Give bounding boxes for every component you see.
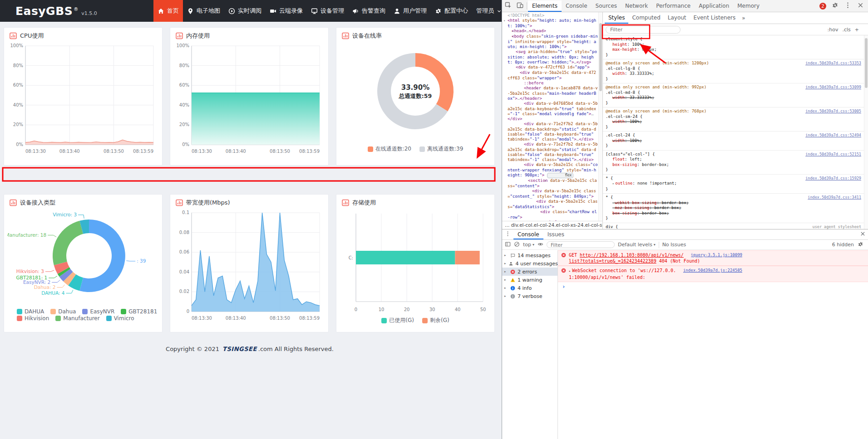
legend-item[interactable]: Dahua xyxy=(50,308,76,315)
dom-tree-line[interactable]: ▾<div data-v-5ba2e15c data-v-472cff63 cl… xyxy=(502,70,598,81)
legend-item[interactable]: DAHUA xyxy=(17,308,44,315)
dom-tree-line[interactable]: ▾<div data-v-5ba2e15c class="dataStatist… xyxy=(502,199,598,210)
devtools-close-icon[interactable] xyxy=(854,0,866,12)
console-sidebar-item-4-info[interactable]: ▸4 info xyxy=(502,284,557,292)
dom-tree-line[interactable]: ▾<html style="height: auto; min-height: … xyxy=(502,18,598,29)
console-source-link[interactable]: jquery-3.5.1.js:10099 xyxy=(690,252,742,258)
console-settings-icon[interactable] xyxy=(858,241,863,249)
dom-tree-line[interactable]: ▸<div data-v-047685bd data-v-5ba2e15c da… xyxy=(502,101,598,122)
error-count-badge[interactable]: 2 xyxy=(819,3,826,10)
dom-tree-line[interactable]: ▾<div data-v-5ba2e15c class="content_" s… xyxy=(502,189,598,199)
dom-tree-line[interactable]: ▸<head>…</head> xyxy=(502,29,598,34)
style-rule[interactable]: index.50d39a7d.css:3411* {-webkit-box-si… xyxy=(603,194,864,223)
dom-tree-line[interactable]: ▸<div data-v-71e2f7b2 data-v-5ba2e15c da… xyxy=(502,122,598,142)
elements-scrollbar[interactable] xyxy=(598,12,602,221)
styles-tab-event-listeners[interactable]: Event Listeners xyxy=(690,12,740,24)
legend-item[interactable]: 已使用(G) xyxy=(381,317,414,324)
dom-tree-line[interactable]: ▸<svg aria-hidden="true" style="position… xyxy=(502,49,598,65)
storage-usage-chart[interactable]: 01020304050C: xyxy=(340,207,491,315)
style-rule[interactable]: index.50d39a7d.css:52151[class*="el-col-… xyxy=(603,151,864,175)
cpu-usage-chart[interactable]: 0%20%40%60%80%100%08:13:3008:13:4008:13:… xyxy=(7,40,159,156)
nav-item-config[interactable]: 配置中心 xyxy=(431,0,472,22)
style-rule[interactable]: element.style {height: 100%;max-height: … xyxy=(603,35,864,59)
device-type-chart[interactable]: : 39DAHUA: 4Dahua: 2EasyNVR: 2GBT28181: … xyxy=(7,207,159,308)
elements-breadcrumb[interactable]: … div.el-col.el-col-24.el-col-xs-24.el-c… xyxy=(502,221,602,229)
nav-item-emap[interactable]: 电子地图 xyxy=(183,0,224,22)
dom-tree-line[interactable]: ▾<body class="skin-green sidebar-mini" i… xyxy=(502,34,598,49)
styles-tab-layout[interactable]: Layout xyxy=(664,12,690,24)
nav-item-cloud[interactable]: 云端录像 xyxy=(266,0,307,22)
devtools-kebab-icon[interactable] xyxy=(842,0,853,12)
devtools-settings-icon[interactable] xyxy=(829,0,841,12)
style-rule[interactable]: index.50d39a7d.css:53099@media only scre… xyxy=(603,83,864,107)
console-sidebar-toggle-icon[interactable] xyxy=(505,241,511,249)
legend-item[interactable]: GBT28181 xyxy=(121,308,157,315)
dom-tree-line[interactable]: ▸<div data-v-71e2f7b2 data-v-5ba2e15c da… xyxy=(502,142,598,162)
legend-item[interactable]: Vimicro xyxy=(106,315,134,322)
stylesheet-source-link[interactable]: user agent stylesheet xyxy=(813,224,861,229)
devtools-tab-sources[interactable]: Sources xyxy=(592,0,621,12)
inspect-element-icon[interactable] xyxy=(502,0,514,12)
log-levels-dropdown[interactable]: Default levels▾ xyxy=(618,242,656,248)
devtools-tab-application[interactable]: Application xyxy=(695,0,733,12)
no-issues-label[interactable]: No Issues xyxy=(662,242,686,248)
dom-tree-line[interactable]: <!DOCTYPE html> xyxy=(502,13,598,18)
nav-item-user[interactable]: 用户管理 xyxy=(390,0,431,22)
dom-tree-line[interactable]: ▸<header data-v-1acab878 data-v-5ba2e15c… xyxy=(502,86,598,101)
nav-item-admin[interactable]: 管理员 xyxy=(472,0,502,22)
stylesheet-source-link[interactable]: index.50d39a7d.css:53353 xyxy=(805,61,861,66)
style-rule[interactable]: user agent stylesheetdiv {display: block… xyxy=(603,223,864,229)
nav-item-home[interactable]: 首页 xyxy=(153,0,183,22)
stylesheet-source-link[interactable]: index.50d39a7d.css:53099 xyxy=(805,85,861,90)
live-expression-icon[interactable] xyxy=(538,241,543,249)
styles-tab-styles[interactable]: Styles xyxy=(605,12,628,24)
console-tab-issues[interactable]: Issues xyxy=(543,229,568,239)
styles-scrollbar[interactable] xyxy=(864,35,868,229)
stylesheet-source-link[interactable]: index.50d39a7d.css:53005 xyxy=(805,109,861,114)
device-toolbar-icon[interactable] xyxy=(514,0,526,12)
devtools-tab-network[interactable]: Network xyxy=(621,0,652,12)
console-filter-input[interactable] xyxy=(547,241,615,248)
styles-filter-input[interactable] xyxy=(606,26,681,34)
console-sidebar-item-14-messages[interactable]: ▸14 messages xyxy=(502,251,557,259)
console-source-link[interactable]: index.50d39a7d.js:224585 xyxy=(683,268,742,273)
legend-item[interactable]: 离线通道数:39 xyxy=(419,145,463,153)
legend-item[interactable]: 剩余(G) xyxy=(422,317,449,324)
styles-tab-computed[interactable]: Computed xyxy=(628,12,664,24)
legend-item[interactable]: EasyNVR xyxy=(82,308,114,315)
bandwidth-usage-chart[interactable]: 00.020.040.060.080.108:13:3008:13:4008:1… xyxy=(173,207,325,323)
legend-item[interactable]: Manufacturer xyxy=(55,315,99,322)
dom-tree-line[interactable]: ▾<section data-v-5ba2e15c class="content… xyxy=(502,178,598,189)
memory-usage-chart[interactable]: 0%20%40%60%80%100%08:13:3008:13:4008:13:… xyxy=(173,40,325,156)
dom-tree-line[interactable]: ▾<div data-v-472cff63 id="app"> xyxy=(502,65,598,70)
devtools-tab-console[interactable]: Console xyxy=(562,0,592,12)
stylesheet-source-link[interactable]: index.50d39a7d.css:3411 xyxy=(808,195,861,200)
more-tabs-icon[interactable]: » xyxy=(739,15,748,21)
devtools-tab-memory[interactable]: Memory xyxy=(733,0,764,12)
style-rule[interactable]: index.50d39a7d.css:53353@media only scre… xyxy=(603,59,864,83)
console-tab-console[interactable]: Console xyxy=(513,229,543,239)
dom-tree-line[interactable]: ▾<div data-v-5ba2e15c class="content-wra… xyxy=(502,162,598,178)
style-rule[interactable]: index.50d39a7d.css:15929* {▸outline: non… xyxy=(603,175,864,194)
nav-item-alarm[interactable]: 告警查询 xyxy=(348,0,390,22)
drawer-close-icon[interactable] xyxy=(857,231,868,238)
dom-tree-line[interactable]: ::before xyxy=(502,81,598,86)
stylesheet-source-link[interactable]: index.50d39a7d.css:52494 xyxy=(805,133,861,138)
console-prompt[interactable]: › xyxy=(558,282,868,291)
styles-toggle[interactable]: :hov xyxy=(828,27,838,33)
devtools-tab-performance[interactable]: Performance xyxy=(652,0,695,12)
legend-item[interactable]: Hikvision xyxy=(17,315,49,322)
dom-tree-line[interactable]: ▾<div class="chartRow el-row"> xyxy=(502,210,598,220)
nav-item-device[interactable]: 设备管理 xyxy=(307,0,348,22)
styles-toggle[interactable]: .cls xyxy=(842,27,850,33)
clear-console-icon[interactable] xyxy=(514,241,520,249)
style-rule[interactable]: index.50d39a7d.css:52494.el-col-24 {widt… xyxy=(603,132,864,151)
console-message[interactable]: index.50d39a7d.js:224585▸WebSocket conne… xyxy=(558,266,868,282)
styles-toggle[interactable]: + xyxy=(855,27,859,33)
stylesheet-source-link[interactable]: index.50d39a7d.css:52151 xyxy=(805,152,861,157)
devtools-tab-elements[interactable]: Elements xyxy=(528,0,562,12)
console-sidebar-item-4-user-messages[interactable]: ▸4 user messages xyxy=(502,259,557,268)
nav-item-live[interactable]: 实时调阅 xyxy=(224,0,266,22)
console-message[interactable]: jquery-3.5.1.js:10099GET http://192.168.… xyxy=(558,250,868,266)
style-rule[interactable]: index.50d39a7d.css:53005@media only scre… xyxy=(603,107,864,132)
